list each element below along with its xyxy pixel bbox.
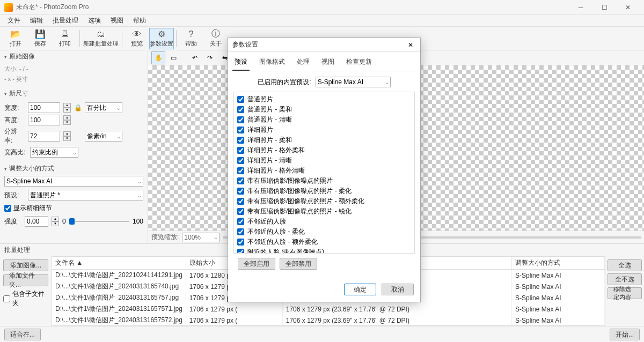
preset-checkbox[interactable] — [237, 239, 244, 246]
menu-help[interactable]: 帮助 — [129, 15, 150, 26]
strength-spinner[interactable]: ▲▼ — [52, 217, 59, 226]
preset-item[interactable]: 普通照片 - 柔和 — [236, 105, 412, 115]
hand-tool[interactable]: ✋ — [151, 51, 165, 64]
start-button[interactable]: 开始... — [610, 329, 640, 340]
show-detail-checkbox[interactable] — [4, 205, 11, 212]
enabled-preset-combo[interactable]: S-Spline Max AI — [316, 77, 391, 87]
dialog-close-button[interactable]: ✕ — [405, 40, 416, 50]
table-row[interactable]: D:\...\文件1\微信图片_20240313165757​2.jpg1706… — [52, 315, 605, 326]
preset-item[interactable]: 详细照片 - 格外清晰 — [236, 166, 412, 176]
close-button[interactable]: ✕ — [616, 0, 640, 15]
height-spinner[interactable]: ▲▼ — [63, 115, 71, 125]
tab-check-update[interactable]: 检查更新 — [344, 55, 374, 71]
method-combo[interactable]: S-Spline Max AI — [4, 176, 143, 187]
preset-item[interactable]: 详细照片 - 柔和 — [236, 135, 412, 145]
rotate-left-tool[interactable]: ↶ — [188, 51, 202, 64]
select-none-button[interactable]: 全不选 — [608, 273, 642, 285]
fit-button[interactable]: 适合在... — [4, 329, 41, 340]
save-button[interactable]: 💾保存 — [28, 28, 53, 49]
preset-item[interactable]: 带有压缩伪影/图像噪点的照片 — [236, 176, 412, 186]
menu-edit[interactable]: 编辑 — [26, 15, 47, 26]
preset-checkbox[interactable] — [237, 96, 244, 103]
panel-new-size[interactable]: 新尺寸 — [0, 87, 148, 100]
preset-item[interactable]: 详细照片 — [236, 125, 412, 135]
preset-list[interactable]: 普通照片普通照片 - 柔和普通照片 - 清晰详细照片详细照片 - 柔和详细照片 … — [233, 92, 415, 254]
cancel-button[interactable]: 取消 — [382, 284, 414, 295]
canvas-right[interactable] — [398, 65, 644, 231]
preset-checkbox[interactable] — [237, 147, 244, 154]
preset-item[interactable]: 带有压缩伪影/图像噪点的照片 - 锐化 — [236, 206, 412, 217]
width-spinner[interactable]: ▲▼ — [63, 103, 71, 113]
res-unit-combo[interactable]: 像素/in — [85, 131, 122, 142]
tab-image-format[interactable]: 图像格式 — [257, 55, 287, 71]
preset-combo[interactable]: 普通照片 * — [28, 190, 143, 200]
panel-original-image[interactable]: 原始图像 — [0, 50, 148, 63]
rotate-right-tool[interactable]: ↷ — [203, 51, 217, 64]
height-input[interactable] — [28, 115, 60, 125]
height-label: 高度: — [4, 116, 25, 125]
preset-item[interactable]: 带有压缩伪影/图像噪点的照片 - 额外柔化 — [236, 196, 412, 206]
include-sub-checkbox[interactable] — [3, 295, 10, 302]
remove-selected-button[interactable]: 移除选定内容 — [608, 287, 642, 299]
print-button[interactable]: 🖶打印 — [53, 28, 77, 49]
preview-button[interactable]: 👁预览 — [125, 28, 149, 49]
add-folder-button[interactable]: 添加文件夹... — [3, 274, 48, 286]
slider-max: 100 — [133, 218, 143, 225]
disable-all-button[interactable]: 全部禁用 — [280, 258, 317, 270]
preset-checkbox[interactable] — [237, 198, 244, 205]
preset-item[interactable]: 不邻近的人脸 - 柔化 — [236, 227, 412, 237]
select-all-button[interactable]: 全选 — [608, 259, 642, 271]
preset-checkbox[interactable] — [237, 177, 244, 184]
preset-item[interactable]: 普通照片 - 清晰 — [236, 115, 412, 125]
tab-view[interactable]: 视图 — [319, 55, 336, 71]
table-row[interactable]: D:\...\文件1\微信图片_20240313165757​1.jpg1706… — [52, 303, 605, 315]
preset-checkbox[interactable] — [237, 106, 244, 113]
unit-combo[interactable]: 百分比 — [85, 102, 122, 113]
preset-checkbox[interactable] — [237, 137, 244, 144]
tab-presets[interactable]: 预设 — [232, 55, 250, 71]
open-button[interactable]: 📂打开 — [3, 28, 28, 49]
col-filename[interactable]: 文件名 ▲ — [52, 257, 186, 270]
preset-checkbox[interactable] — [237, 167, 244, 174]
ratio-combo[interactable]: 约束比例 — [30, 147, 78, 158]
preset-checkbox[interactable] — [237, 116, 244, 123]
marquee-tool[interactable]: ▭ — [166, 51, 180, 64]
res-spinner[interactable]: ▲▼ — [63, 131, 71, 141]
preset-checkbox[interactable] — [237, 208, 244, 215]
ok-button[interactable]: 确定 — [344, 284, 376, 295]
width-input[interactable] — [28, 102, 60, 113]
maximize-button[interactable]: ☐ — [592, 0, 616, 15]
col-method[interactable]: 调整大小的方式 — [512, 257, 605, 270]
new-batch-button[interactable]: 🗂新建批量处理 — [82, 28, 120, 49]
minimize-button[interactable]: ─ — [569, 0, 592, 15]
lock-icon[interactable]: 🔒 — [74, 104, 82, 111]
add-image-button[interactable]: 添加图像... — [3, 259, 48, 271]
menu-options[interactable]: 选项 — [84, 15, 105, 26]
res-input[interactable] — [28, 131, 60, 142]
about-button[interactable]: ⓘ关于 — [203, 28, 228, 49]
params-button[interactable]: ⚙参数设置 — [149, 28, 174, 49]
enable-all-button[interactable]: 全部启用 — [238, 258, 275, 270]
help-button[interactable]: ?帮助 — [179, 28, 203, 49]
panel-resize-method[interactable]: 调整大小的方式 — [0, 162, 148, 175]
preset-checkbox[interactable] — [237, 218, 244, 225]
preset-item[interactable]: 不邻近的人脸 — [236, 217, 412, 227]
preset-item[interactable]: 普通照片 — [236, 94, 412, 105]
preset-item[interactable]: 附近的人脸 (带有图像噪点) — [236, 247, 412, 254]
preset-checkbox[interactable] — [237, 157, 244, 164]
menu-file[interactable]: 文件 — [3, 15, 25, 26]
menu-view[interactable]: 视图 — [106, 15, 128, 26]
preset-item[interactable]: 详细照片 - 清晰 — [236, 155, 412, 166]
preset-item[interactable]: 详细照片 - 格外柔和 — [236, 145, 412, 155]
strength-slider[interactable] — [69, 216, 129, 227]
zoom-combo[interactable]: 100% — [182, 233, 219, 242]
menu-batch[interactable]: 批量处理 — [48, 15, 83, 26]
preset-checkbox[interactable] — [237, 188, 244, 195]
strength-input[interactable] — [25, 216, 48, 227]
preset-checkbox[interactable] — [237, 249, 244, 254]
preset-item[interactable]: 不邻近的人脸 - 额外柔化 — [236, 237, 412, 247]
preset-checkbox[interactable] — [237, 127, 244, 133]
tab-processing[interactable]: 处理 — [295, 55, 312, 71]
preset-checkbox[interactable] — [237, 228, 244, 235]
preset-item[interactable]: 带有压缩伪影/图像噪点的照片 - 柔化 — [236, 186, 412, 196]
